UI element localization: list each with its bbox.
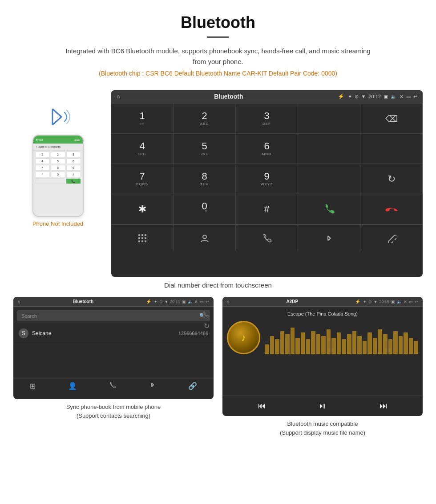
viz-bar [383,334,388,354]
ms-vol-icon: 🔈 [397,300,402,304]
pb-side-call-icon[interactable] [203,311,210,320]
ms-time: 20:15 [379,300,389,304]
dial-toolbar [111,224,423,252]
ms-topbar-icons: ✦ ⊙ ▼ 20:15 ▣ 🔈 ✕ ▭ ↩ [363,300,418,304]
dial-key-2[interactable]: 2ABC [174,104,236,134]
svg-point-11 [203,235,206,239]
green-call-icon [322,202,336,216]
viz-bar [270,336,275,354]
back-icon[interactable]: ↩ [413,94,417,100]
viz-bar [321,336,326,354]
toolbar-bluetooth-icon [324,233,334,243]
svg-rect-9 [141,240,143,242]
phone-not-included-label: Phone Not Included [32,220,83,227]
pb-x-icon: ✕ [194,300,198,304]
music-caption: Bluetooth music compatible(Support displ… [280,420,365,437]
dial-key-8[interactable]: 8TUV [174,164,236,194]
screen-topbar: ⌂ Bluetooth ⚡ ✦ ⊙ ▼ 20:12 ▣ 🔈 ✕ ▭ ↩ [111,90,423,103]
toolbar-link[interactable] [360,225,423,252]
page-subtitle: Integrated with BC6 Bluetooth module, su… [62,46,374,67]
ms-wifi-icon: ▼ [374,300,378,304]
ms-loc-icon: ⊙ [368,300,372,304]
dial-key-5[interactable]: 5JKL [174,134,236,164]
svg-rect-2 [138,234,140,236]
rewind-button[interactable]: ⏮ [258,401,266,411]
dial-key-star[interactable]: ✱ [111,194,174,224]
phone-status-bar: M:00●●● [33,136,83,144]
phone-icon [262,233,272,243]
viz-bar [301,332,305,354]
viz-bar [311,331,315,355]
close-icon[interactable]: ✕ [400,94,404,100]
pb-tool-bt[interactable] [149,382,156,391]
redial-button[interactable]: ↻ [360,164,423,194]
pb-time: 20:11 [170,300,180,304]
toolbar-phone[interactable] [236,225,298,252]
dial-key-hash[interactable]: # [236,194,298,224]
dial-key-6[interactable]: 6MNO [236,134,298,164]
viz-bar [275,339,279,354]
end-call-button[interactable] [360,194,423,224]
pb-vol-icon: 🔈 [188,300,193,304]
viz-bar [388,339,393,354]
ms-cam-icon: ▣ [391,300,395,304]
volume-icon[interactable]: 🔈 [391,94,397,100]
contact-row[interactable]: S Seicane 13566664466 [13,325,214,342]
svg-line-15 [390,237,393,240]
pb-tool-grid[interactable]: ⊞ [30,382,36,391]
music-screen: ⌂ A2DP ⚡ ✦ ⊙ ▼ 20:15 ▣ 🔈 ✕ ▭ ↩ Escape (T… [222,297,423,416]
dial-key-3[interactable]: 3DEF [236,104,298,134]
empty-cell-1 [298,134,360,164]
title-divider [207,36,229,38]
svg-rect-8 [138,240,140,242]
play-pause-button[interactable]: ⏯ [319,401,327,411]
contacts-icon [200,233,210,243]
dial-keypad: 1○○ 2ABC 3DEF ⌫ 4GHI 5JKL 6MNO [111,103,423,224]
bluetooth-waves-icon [40,104,76,130]
toolbar-contacts[interactable] [174,225,236,252]
skip-button[interactable]: ⏭ [379,401,388,411]
link-icon [387,233,396,243]
phonebook-topbar: ⌂ Bluetooth ⚡ ✦ ⊙ ▼ 20:11 ▣ 🔈 ✕ ▭ ↩ [13,297,214,307]
svg-rect-4 [145,234,146,236]
dial-key-7[interactable]: 7PQRS [111,164,174,194]
pb-side-refresh-icon[interactable]: ↻ [203,322,210,330]
phone-mock: M:00●●● + Add to Contacts 123 456 789 *0… [32,135,84,217]
viz-bar [399,336,403,354]
phonebook-search[interactable]: Search 🔍 [17,310,210,321]
pb-mini-toolbar: ⊞ 👤 🔗 [13,378,214,394]
music-controls: ⏮ ⏯ ⏭ [222,396,423,416]
viz-bar [414,341,418,354]
ms-home-icon[interactable]: ⌂ [227,299,230,304]
bluetooth-icon: ✦ [348,94,352,100]
red-call-icon [384,202,399,216]
dial-key-0[interactable]: 0+ [174,194,236,224]
dial-display [298,104,360,134]
dial-key-9[interactable]: 9WXYZ [236,164,298,194]
empty-cell-3 [298,164,360,194]
album-art: ♪ [227,321,260,354]
dial-screen: ⌂ Bluetooth ⚡ ✦ ⊙ ▼ 20:12 ▣ 🔈 ✕ ▭ ↩ 1○○ … [111,90,423,277]
call-button[interactable] [298,194,360,224]
pb-tool-user[interactable]: 👤 [68,382,77,391]
pb-tool-phone[interactable] [109,382,117,391]
viz-bar [373,338,377,355]
screen-title: Bluetooth [123,93,334,100]
toolbar-bluetooth[interactable] [298,225,360,252]
dial-caption: Dial number direct from touchscreen [0,281,436,289]
viz-bar [337,332,341,354]
svg-rect-10 [145,240,146,242]
pb-title: Bluetooth [23,299,143,304]
toolbar-dialpad[interactable] [111,225,174,252]
backspace-button[interactable]: ⌫ [360,104,423,134]
dial-key-4[interactable]: 4GHI [111,134,174,164]
pb-tool-link[interactable]: 🔗 [188,382,197,391]
viz-bar [378,329,382,354]
camera-icon[interactable]: ▣ [384,94,388,100]
viz-bar [357,336,362,354]
viz-bar [327,329,331,354]
home-icon[interactable]: ⌂ [117,93,120,100]
pb-home-icon[interactable]: ⌂ [18,299,20,304]
dial-key-1[interactable]: 1○○ [111,104,174,134]
minimize-icon[interactable]: ▭ [406,94,411,100]
